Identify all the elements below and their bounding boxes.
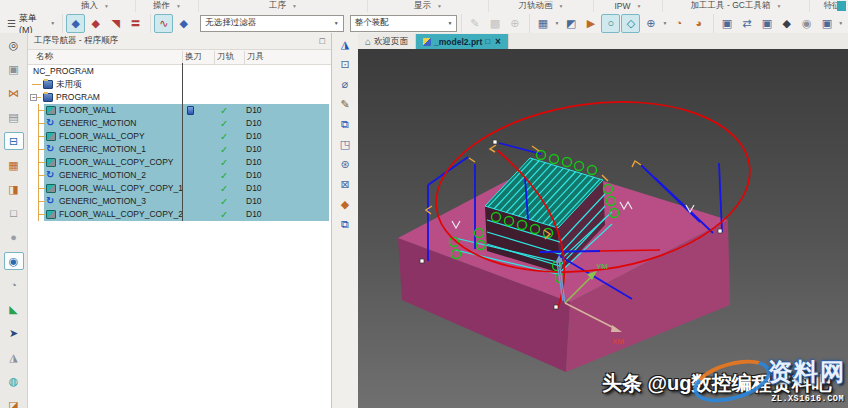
column-toolpath[interactable]: 刀轨 <box>217 51 234 63</box>
chevron-down-icon[interactable]: ▼ <box>662 20 667 26</box>
shaded-view-icon[interactable]: ◆ <box>777 14 796 33</box>
navigator-edge-toolbar: ◮⊡⌀✎⧉◳⊛⊠◆⧉ <box>332 33 358 408</box>
orange-tool-icon[interactable]: ◪ <box>4 396 24 408</box>
history-clock-icon[interactable]: ◔ <box>4 276 24 294</box>
ribbon-tab-3[interactable]: 工序▼ <box>199 0 368 12</box>
tab-welcome[interactable]: ⌂ 欢迎页面 <box>358 34 416 49</box>
ribbon-tab-6[interactable]: IPW▼ <box>594 0 663 12</box>
window-single-icon[interactable]: ▣ <box>757 14 776 33</box>
machining-feature-navigator-icon[interactable]: ▦ <box>4 156 24 174</box>
tree-row-generic_motion_2[interactable]: ↻GENERIC_MOTION_2✓D10 <box>28 169 331 182</box>
tool-library-icon[interactable]: ◨ <box>4 180 24 198</box>
red-linear-move[interactable] <box>600 250 660 251</box>
ribbon-tab-1[interactable]: 插入▼ <box>55 0 136 12</box>
tree-row-未用项[interactable]: 未用项 <box>28 78 331 91</box>
chevron-down-icon[interactable]: ▼ <box>292 3 297 9</box>
export-folder-icon[interactable]: ◳ <box>336 137 354 153</box>
operation-label: GENERIC_MOTION_2 <box>59 169 146 182</box>
window-cascade-icon[interactable]: ▣ <box>717 14 736 33</box>
sphere-pair-icon[interactable]: ◔ <box>669 14 688 33</box>
tree-row-floor_wall_copy_copy_1[interactable]: FLOOR_WALL_COPY_COPY_1✓D10 <box>28 182 331 195</box>
chevron-down-icon[interactable]: ▼ <box>437 3 442 9</box>
web-browser-icon[interactable]: ◉ <box>4 252 24 270</box>
snap-end-icon[interactable]: ✎ <box>465 14 484 33</box>
assembly-navigator-icon[interactable]: ▣ <box>4 60 24 78</box>
paste-blue-icon[interactable]: ⧉ <box>336 217 354 233</box>
ribbon-tab-4[interactable]: 显示▼ <box>368 0 489 12</box>
tree-row-floor_wall_copy_copy[interactable]: FLOOR_WALL_COPY_COPY✓D10 <box>28 156 331 169</box>
snap-mid-icon[interactable]: ▩ <box>485 14 504 33</box>
snap-center-icon[interactable]: ⊕ <box>505 14 524 33</box>
select-cursor-icon[interactable]: ➤ <box>4 324 24 342</box>
column-tool[interactable]: 刀具 <box>247 51 264 63</box>
edit-object-group: ◆◆◥〓 <box>62 14 148 33</box>
navigator-title-bar: 工序导航器 - 程序顺序 □ <box>28 33 331 50</box>
snap-circle-icon[interactable]: ○ <box>601 14 620 33</box>
generate-toolpath-icon[interactable]: ◮ <box>336 37 354 53</box>
hand-pick-icon[interactable]: ▶ <box>581 14 600 33</box>
menu-button[interactable]: ☰ 菜单(M) ▼ <box>2 15 60 32</box>
tree-row-program[interactable]: −PROGRAM <box>28 91 331 104</box>
sphere-icon[interactable]: ◕ <box>689 14 708 33</box>
ribbon-tab-2[interactable]: 操作▼ <box>136 0 199 12</box>
measure-icon[interactable]: ◩ <box>561 14 580 33</box>
tree-row-generic_motion[interactable]: ↻GENERIC_MOTION✓D10 <box>28 117 331 130</box>
ribbon-tab-5[interactable]: 刀轨动画▼ <box>489 0 594 12</box>
ribbon-tab-7[interactable]: 加工工具 - GC工具箱▼ <box>663 0 810 12</box>
undock-icon[interactable]: □ <box>320 36 325 46</box>
colored-object-icon[interactable]: ◆ <box>336 197 354 213</box>
gear-stack-icon[interactable]: ⊛ <box>336 157 354 173</box>
chevron-down-icon[interactable]: ▼ <box>559 3 564 9</box>
layout-icon[interactable]: ▣ <box>817 14 836 33</box>
delete-box-icon[interactable]: ⊠ <box>336 177 354 193</box>
delete-object-icon[interactable]: ◥ <box>106 14 125 33</box>
column-divider[interactable] <box>182 63 183 221</box>
tree-row-floor_wall_copy_copy_2[interactable]: FLOOR_WALL_COPY_COPY_2✓D10 <box>28 208 331 221</box>
chevron-down-icon[interactable]: ▼ <box>776 3 781 9</box>
roller-gear-icon[interactable]: ◎ <box>4 36 24 54</box>
solid-box-icon[interactable]: □ <box>4 204 24 222</box>
chevron-down-icon[interactable]: ▼ <box>104 3 109 9</box>
teal-display-icon[interactable]: ◍ <box>4 372 24 390</box>
tab-model2[interactable]: _model2.prt □ × <box>416 34 509 49</box>
chevron-down-icon[interactable]: ▼ <box>554 20 559 26</box>
viewport-tab-bar: ⌂ 欢迎页面 _model2.prt □ × <box>358 33 848 49</box>
paintbrush-icon[interactable]: ✎ <box>336 97 354 113</box>
part-navigator-icon[interactable]: ▤ <box>4 108 24 126</box>
selection-filter-select[interactable]: 无选择过滤器 ▼ <box>200 15 343 32</box>
hide-eye-icon[interactable]: ⌀ <box>336 77 354 93</box>
window-split-icon[interactable]: ⇄ <box>737 14 756 33</box>
transform-object-icon[interactable]: ◆ <box>86 14 105 33</box>
edit-object-icon[interactable]: ◆ <box>66 14 85 33</box>
curve-motion-icon[interactable]: ∿ <box>154 14 173 33</box>
viewport-canvas[interactable]: YM XM 头条 @ug数控编程资料吧 资料网 ZL.XS1616.COM <box>358 49 848 408</box>
chevron-down-icon[interactable]: ▼ <box>637 3 642 9</box>
snap-polygon-icon[interactable]: ◇ <box>621 14 640 33</box>
snap-quadrant-icon[interactable]: ⊕ <box>641 14 660 33</box>
column-name[interactable]: 名称 <box>36 51 53 63</box>
collapse-icon[interactable]: − <box>30 94 37 101</box>
color-palette-icon[interactable]: ◣ <box>4 300 24 318</box>
fit-window-icon[interactable]: ⊡ <box>336 57 354 73</box>
chevron-down-icon: ▼ <box>50 20 55 26</box>
chevron-down-icon[interactable]: ▼ <box>838 20 843 26</box>
show-object-icon[interactable]: 〓 <box>126 14 145 33</box>
operation-navigator-icon[interactable]: ⊟ <box>4 132 24 150</box>
tree-row-floor_wall[interactable]: FLOOR_WALL✓D10 <box>28 104 331 117</box>
chevron-down-icon[interactable]: ▼ <box>176 3 181 9</box>
tree-row-floor_wall_copy[interactable]: FLOOR_WALL_COPY✓D10 <box>28 130 331 143</box>
touch-select-icon[interactable]: ◮ <box>4 348 24 366</box>
datum-grid-icon[interactable]: ▦ <box>533 14 552 33</box>
operation-label: FLOOR_WALL_COPY <box>59 130 145 143</box>
wireframe-view-icon[interactable]: ◉ <box>797 14 816 33</box>
tree-row-nc_program[interactable]: NC_PROGRAM <box>28 65 331 78</box>
column-toolchange[interactable]: 换刀 <box>185 51 202 63</box>
tree-row-generic_motion_1[interactable]: ↻GENERIC_MOTION_1✓D10 <box>28 143 331 156</box>
scope-select[interactable]: 整个装配 ▼ <box>350 15 458 32</box>
sphere-preview-icon[interactable]: ● <box>4 228 24 246</box>
tree-row-generic_motion_3[interactable]: ↻GENERIC_MOTION_3✓D10 <box>28 195 331 208</box>
node-motion-icon[interactable]: ◆ <box>174 14 193 33</box>
close-icon[interactable]: × <box>495 36 501 47</box>
copy-layers-icon[interactable]: ⧉ <box>336 117 354 133</box>
constraint-navigator-icon[interactable]: ⋈ <box>4 84 24 102</box>
